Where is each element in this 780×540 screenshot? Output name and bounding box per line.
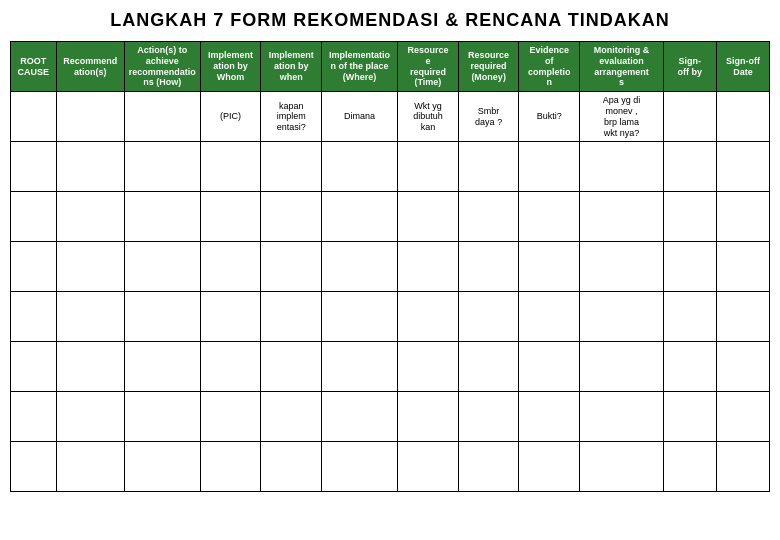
cell-row6-col3[interactable] (124, 342, 200, 392)
cell-row4-col2[interactable] (56, 242, 124, 292)
cell-row6-col4[interactable] (200, 342, 261, 392)
cell-row7-col7[interactable] (398, 392, 459, 442)
header-when: Implement ation by when (261, 42, 322, 92)
cell-row8-col1[interactable] (11, 442, 57, 492)
cell-row4-col7[interactable] (398, 242, 459, 292)
cell-row5-col11[interactable] (663, 292, 716, 342)
cell-row2-col12[interactable] (716, 142, 769, 192)
cell-row1-evidence[interactable]: Bukti? (519, 92, 580, 142)
cell-row7-col4[interactable] (200, 392, 261, 442)
cell-row1-where[interactable]: Dimana (322, 92, 398, 142)
cell-row4-col3[interactable] (124, 242, 200, 292)
cell-row1-monitoring[interactable]: Apa yg di monev , brp lama wkt nya? (580, 92, 663, 142)
cell-row5-col8[interactable] (458, 292, 519, 342)
cell-row2-col11[interactable] (663, 142, 716, 192)
cell-row6-col1[interactable] (11, 342, 57, 392)
cell-row5-col7[interactable] (398, 292, 459, 342)
cell-row8-col3[interactable] (124, 442, 200, 492)
cell-row6-col6[interactable] (322, 342, 398, 392)
cell-row5-col9[interactable] (519, 292, 580, 342)
cell-row2-col7[interactable] (398, 142, 459, 192)
cell-row7-col3[interactable] (124, 392, 200, 442)
cell-row8-col10[interactable] (580, 442, 663, 492)
cell-row8-col9[interactable] (519, 442, 580, 492)
cell-row8-col8[interactable] (458, 442, 519, 492)
cell-row4-col9[interactable] (519, 242, 580, 292)
cell-row4-col6[interactable] (322, 242, 398, 292)
cell-row3-col12[interactable] (716, 192, 769, 242)
cell-row6-col9[interactable] (519, 342, 580, 392)
cell-row5-col12[interactable] (716, 292, 769, 342)
cell-row4-col5[interactable] (261, 242, 322, 292)
cell-row4-col12[interactable] (716, 242, 769, 292)
cell-row6-col5[interactable] (261, 342, 322, 392)
cell-row5-col3[interactable] (124, 292, 200, 342)
cell-row7-col1[interactable] (11, 392, 57, 442)
cell-row4-col8[interactable] (458, 242, 519, 292)
cell-row5-col4[interactable] (200, 292, 261, 342)
cell-row6-col8[interactable] (458, 342, 519, 392)
cell-row2-col2[interactable] (56, 142, 124, 192)
cell-row6-col2[interactable] (56, 342, 124, 392)
cell-row6-col7[interactable] (398, 342, 459, 392)
cell-row1-action[interactable] (124, 92, 200, 142)
cell-row5-col10[interactable] (580, 292, 663, 342)
cell-row1-when[interactable]: kapan implem entasi? (261, 92, 322, 142)
cell-row1-resource-money[interactable]: Smbr daya ? (458, 92, 519, 142)
cell-row7-col10[interactable] (580, 392, 663, 442)
cell-row7-col11[interactable] (663, 392, 716, 442)
cell-row8-col7[interactable] (398, 442, 459, 492)
cell-row4-col10[interactable] (580, 242, 663, 292)
cell-row3-col9[interactable] (519, 192, 580, 242)
cell-row6-col11[interactable] (663, 342, 716, 392)
cell-row3-col2[interactable] (56, 192, 124, 242)
cell-row5-col6[interactable] (322, 292, 398, 342)
cell-row4-col11[interactable] (663, 242, 716, 292)
cell-row7-col5[interactable] (261, 392, 322, 442)
cell-row8-col2[interactable] (56, 442, 124, 492)
cell-row1-resource-time[interactable]: Wkt yg dibutuh kan (398, 92, 459, 142)
header-signoff-date: Sign-off Date (716, 42, 769, 92)
cell-row2-col5[interactable] (261, 142, 322, 192)
cell-row8-col6[interactable] (322, 442, 398, 492)
cell-row3-col10[interactable] (580, 192, 663, 242)
cell-row4-col4[interactable] (200, 242, 261, 292)
cell-row8-col12[interactable] (716, 442, 769, 492)
cell-row3-col5[interactable] (261, 192, 322, 242)
cell-row5-col1[interactable] (11, 292, 57, 342)
cell-row1-whom[interactable]: (PIC) (200, 92, 261, 142)
cell-row5-col5[interactable] (261, 292, 322, 342)
cell-row2-col1[interactable] (11, 142, 57, 192)
cell-row7-col12[interactable] (716, 392, 769, 442)
cell-row8-col5[interactable] (261, 442, 322, 492)
cell-row7-col8[interactable] (458, 392, 519, 442)
cell-row2-col6[interactable] (322, 142, 398, 192)
cell-row5-col2[interactable] (56, 292, 124, 342)
cell-row6-col10[interactable] (580, 342, 663, 392)
cell-row2-col3[interactable] (124, 142, 200, 192)
cell-row1-signoff-by[interactable] (663, 92, 716, 142)
cell-row1-root[interactable] (11, 92, 57, 142)
cell-row3-col8[interactable] (458, 192, 519, 242)
cell-row2-col10[interactable] (580, 142, 663, 192)
cell-row3-col11[interactable] (663, 192, 716, 242)
cell-row8-col11[interactable] (663, 442, 716, 492)
cell-row3-col3[interactable] (124, 192, 200, 242)
cell-row6-col12[interactable] (716, 342, 769, 392)
cell-row7-col6[interactable] (322, 392, 398, 442)
cell-row2-col8[interactable] (458, 142, 519, 192)
header-recommendations: Recommend ation(s) (56, 42, 124, 92)
cell-row2-col9[interactable] (519, 142, 580, 192)
cell-row3-col4[interactable] (200, 192, 261, 242)
cell-row3-col6[interactable] (322, 192, 398, 242)
cell-row4-col1[interactable] (11, 242, 57, 292)
cell-row2-col4[interactable] (200, 142, 261, 192)
cell-row3-col1[interactable] (11, 192, 57, 242)
cell-row8-col4[interactable] (200, 442, 261, 492)
cell-row1-signoff-date[interactable] (716, 92, 769, 142)
cell-row1-recommend[interactable] (56, 92, 124, 142)
cell-row7-col9[interactable] (519, 392, 580, 442)
cell-row7-col2[interactable] (56, 392, 124, 442)
page-title: LANGKAH 7 FORM REKOMENDASI & RENCANA TIN… (10, 10, 770, 31)
cell-row3-col7[interactable] (398, 192, 459, 242)
